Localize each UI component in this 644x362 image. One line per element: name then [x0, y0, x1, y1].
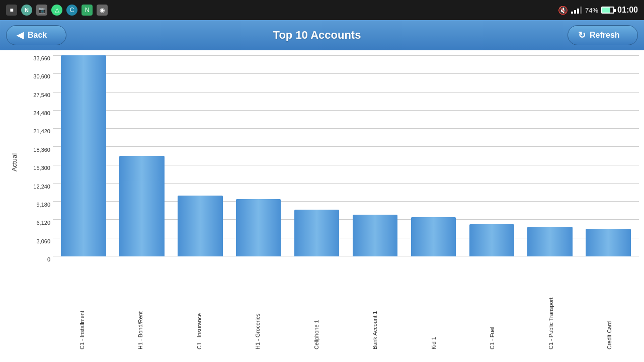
n-icon: N [21, 5, 32, 16]
x-label-text: Cellphone 1 [313, 269, 320, 349]
android-icon: △ [51, 5, 62, 16]
bar-group[interactable] [463, 55, 520, 256]
bar-group[interactable] [580, 55, 636, 256]
bar [353, 215, 398, 256]
x-label-text: Kid 1 [431, 269, 437, 349]
battery-percent: 74% [585, 7, 598, 14]
bar-group[interactable] [55, 55, 112, 256]
bar-group[interactable] [230, 55, 287, 256]
bar-group[interactable] [522, 55, 578, 256]
x-label-item: C1 - Insurance [170, 269, 229, 362]
back-label: Back [28, 31, 47, 40]
status-bar: ■ N 📷 △ C N ◉ 🔇 74% 01:00 [0, 0, 644, 20]
mute-icon: 🔇 [558, 6, 568, 15]
image-icon: 📷 [36, 5, 47, 16]
x-label-text: C1 - Fuel [489, 269, 496, 349]
x-label-item: C1 - Fuel [463, 269, 522, 362]
refresh-icon: ↻ [578, 30, 586, 41]
bb-icon: ■ [6, 5, 17, 16]
page-title: Top 10 Accounts [273, 29, 361, 42]
back-arrow-icon: ◀ [17, 30, 24, 41]
x-label-text: Bank Account 1 [372, 269, 378, 349]
x-label-text: H1 - Bond/Rent [137, 269, 144, 349]
x-label-text: H1 - Groceries [255, 269, 261, 349]
x-label-text: C1 - Insurance [196, 269, 203, 349]
x-label-text: C1 - Installment [79, 269, 86, 349]
header: ◀ Back Top 10 Accounts ↻ Refresh [0, 20, 644, 50]
bar [469, 224, 515, 256]
chart-container: Actual 03,0606,1209,18012,24015,30018,36… [0, 50, 644, 362]
bar [527, 227, 573, 256]
bar [178, 196, 223, 256]
bar-group[interactable] [172, 55, 228, 256]
bar [236, 199, 281, 256]
status-right: 🔇 74% 01:00 [558, 6, 638, 15]
refresh-button[interactable]: ↻ Refresh [568, 25, 638, 45]
chart-plot [53, 55, 639, 269]
x-label-item: H1 - Bond/Rent [112, 269, 171, 362]
y-axis-label: Actual [11, 153, 18, 171]
time-display: 01:00 [617, 6, 638, 15]
status-icons: ■ N 📷 △ C N ◉ [6, 5, 108, 16]
bar [294, 210, 340, 256]
back-button[interactable]: ◀ Back [6, 25, 66, 45]
shield-icon: ◉ [97, 5, 108, 16]
x-label-item: Cellphone 1 [287, 269, 346, 362]
bar [411, 217, 456, 256]
n2-icon: N [82, 5, 93, 16]
x-label-text: Credit Card [606, 269, 613, 349]
bar-group[interactable] [114, 55, 170, 256]
x-label-item: Kid 1 [405, 269, 463, 362]
x-label-text: C1 - Public Transport [548, 269, 554, 349]
bar [119, 156, 165, 256]
x-label-item: Credit Card [581, 269, 639, 362]
x-label-item: C1 - Installment [53, 269, 112, 362]
y-ticks: 03,0606,1209,18012,24015,30018,36021,420… [28, 55, 53, 269]
bar [61, 55, 106, 256]
bar-group[interactable] [289, 55, 345, 256]
bar [586, 229, 631, 256]
refresh-label: Refresh [590, 31, 620, 40]
bars-area [53, 55, 639, 256]
bar-group[interactable] [405, 55, 461, 256]
c-icon: C [66, 5, 77, 16]
battery-icon [601, 7, 614, 14]
x-labels-container: C1 - InstallmentH1 - Bond/RentC1 - Insur… [53, 269, 639, 362]
bar-group[interactable] [347, 55, 404, 256]
x-label-item: C1 - Public Transport [522, 269, 581, 362]
x-label-item: H1 - Groceries [229, 269, 288, 362]
signal-icon [571, 7, 582, 14]
x-label-item: Bank Account 1 [346, 269, 405, 362]
chart-inner: Actual 03,0606,1209,18012,24015,30018,36… [28, 55, 639, 269]
